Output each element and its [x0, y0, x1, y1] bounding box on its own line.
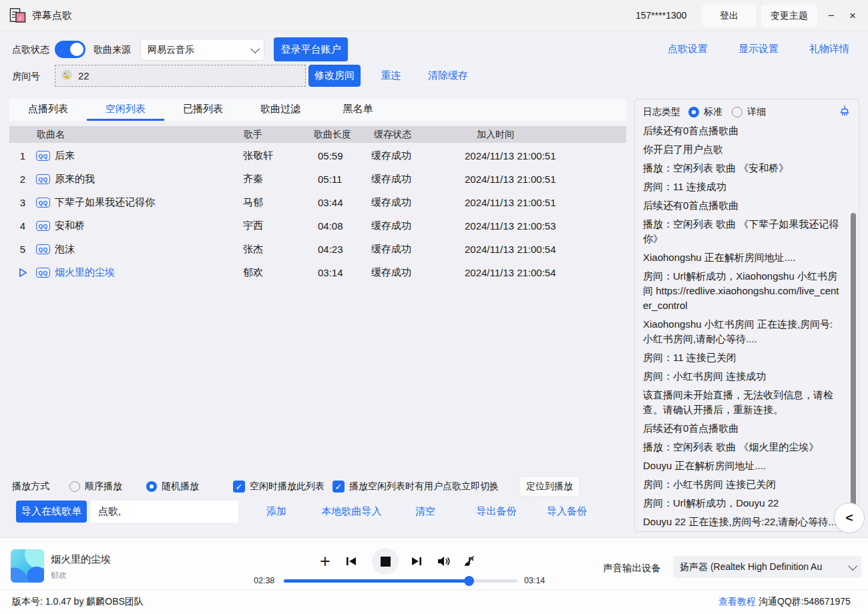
- clear-cache-button[interactable]: 清除缓存: [421, 65, 475, 87]
- playback-mode-label: 播放方式: [12, 481, 49, 493]
- mode-radio-1[interactable]: 随机播放: [146, 481, 199, 493]
- app-window: ♪ 弹幕点歌 157****1300 登出 变更主题 − × 点歌状态 歌曲来源…: [0, 0, 868, 614]
- idle-checkbox-0[interactable]: ✓空闲时播放此列表: [233, 481, 324, 493]
- previous-track-icon[interactable]: [345, 556, 357, 567]
- svg-text:♪: ♪: [19, 14, 22, 21]
- change-theme-button[interactable]: 变更主题: [761, 5, 817, 27]
- next-track-icon[interactable]: [411, 556, 423, 567]
- added-time-cell: 2024/11/13 21:00:54: [465, 244, 626, 255]
- action-button-0[interactable]: 添加: [242, 501, 310, 523]
- room-label: 房间号: [12, 71, 40, 83]
- table-row[interactable]: 1QQ后来张敬轩05:59缓存成功2024/11/13 21:00:51: [9, 144, 626, 168]
- reconnect-button[interactable]: 重连: [365, 65, 417, 87]
- clear-log-icon[interactable]: [839, 105, 851, 119]
- radio-icon[interactable]: [732, 107, 742, 117]
- minimize-icon[interactable]: −: [823, 7, 840, 25]
- list-actions-row: 导入在线歌单 添加本地歌曲导入清空导出备份导入备份: [16, 501, 599, 523]
- volume-icon[interactable]: [437, 555, 451, 567]
- statusbar: 版本号: 1.0.47 by 麒麟OBS团队 查看教程 沟通QQ群:548671…: [0, 589, 868, 614]
- checkbox-icon[interactable]: ✓: [333, 481, 345, 493]
- action-button-1[interactable]: 本地歌曲导入: [314, 501, 389, 523]
- desktop-lyrics-off-icon[interactable]: [463, 555, 476, 568]
- current-time: 02:38: [254, 576, 274, 585]
- modify-room-button[interactable]: 修改房间: [308, 65, 361, 87]
- tab-1[interactable]: 空闲列表: [87, 99, 164, 121]
- progress-thumb[interactable]: [464, 576, 474, 586]
- log-type-label: 日志类型: [643, 106, 680, 118]
- tab-0[interactable]: 点播列表: [9, 99, 87, 121]
- settings-button-2[interactable]: 礼物详情: [797, 38, 861, 60]
- duration-cell: 05:59: [318, 150, 371, 162]
- qq-music-badge: QQ: [36, 268, 50, 278]
- add-song-button[interactable]: +: [316, 551, 334, 571]
- mode-radio-0[interactable]: 顺序播放: [69, 481, 122, 493]
- log-entry: 房间：Url解析成功，Douyu 22: [643, 496, 843, 511]
- duration-cell: 03:14: [318, 267, 371, 278]
- table-row[interactable]: 4QQ安和桥宇西04:08缓存成功2024/11/13 21:00:53: [9, 214, 626, 238]
- checkbox-label: 播放空闲列表时有用户点歌立即切换: [349, 481, 499, 493]
- table-row[interactable]: 5QQ泡沫张杰04:23缓存成功2024/11/13 21:00:54: [9, 238, 626, 261]
- progress-bar[interactable]: [284, 579, 517, 583]
- artist-cell: 郁欢: [243, 266, 318, 279]
- log-type-radio-0[interactable]: 标准: [688, 106, 722, 118]
- room-number-input[interactable]: [78, 70, 278, 81]
- idle-checkbox-1[interactable]: ✓播放空闲列表时有用户点歌立即切换: [333, 481, 499, 493]
- action-button-4[interactable]: 导入备份: [535, 501, 599, 523]
- audio-output-label: 声音输出设备: [603, 562, 661, 575]
- log-entry: Xiaohongshu 正在解析房间地址....: [643, 250, 843, 265]
- artist-cell: 齐秦: [243, 173, 318, 186]
- song-name-cell: 泡沫: [55, 243, 243, 256]
- header-song-name: 歌曲名: [37, 129, 65, 141]
- mode-radio-label: 随机播放: [162, 481, 199, 493]
- artist-cell: 张杰: [243, 243, 318, 256]
- radio-icon[interactable]: [69, 481, 80, 492]
- qq-music-badge: QQ: [36, 198, 50, 208]
- login-platform-button[interactable]: 登录平台账户: [274, 37, 348, 61]
- log-type-radio-1[interactable]: 详细: [732, 106, 766, 118]
- tab-2[interactable]: 已播列表: [164, 99, 242, 121]
- audio-output-select[interactable]: 扬声器 (Realtek High Definition Au: [673, 556, 861, 578]
- settings-button-0[interactable]: 点歌设置: [656, 38, 720, 60]
- table-row[interactable]: 3QQ下辈子如果我还记得你马郁03:44缓存成功2024/11/13 21:00…: [9, 191, 626, 214]
- action-button-3[interactable]: 导出备份: [461, 501, 531, 523]
- table-row[interactable]: QQ烟火里的尘埃郁欢03:14缓存成功2024/11/13 21:00:54: [9, 261, 626, 284]
- radio-icon[interactable]: [146, 481, 157, 492]
- song-request-toggle[interactable]: [55, 41, 85, 58]
- radio-icon[interactable]: [688, 107, 699, 117]
- action-button-group: 添加本地歌曲导入清空导出备份导入备份: [242, 501, 599, 523]
- table-row[interactable]: 2QQ原来的我齐秦05:11缓存成功2024/11/13 21:00:51: [9, 168, 626, 191]
- logout-button[interactable]: 登出: [702, 5, 756, 27]
- log-entry: 播放：空闲列表 歌曲 《烟火里的尘埃》: [643, 440, 843, 454]
- log-entry: Douyu 正在解析房间地址....: [643, 458, 843, 473]
- header-added-time: 加入时间: [477, 129, 514, 141]
- log-entry: 后续还有0首点播歌曲: [643, 123, 843, 138]
- song-table-body: 1QQ后来张敬轩05:59缓存成功2024/11/13 21:00:512QQ原…: [9, 144, 626, 284]
- row-index: 3: [9, 197, 36, 208]
- stop-button[interactable]: [372, 548, 399, 575]
- album-art: [11, 549, 44, 583]
- settings-button-1[interactable]: 显示设置: [726, 38, 791, 60]
- tutorial-link[interactable]: 查看教程: [718, 596, 756, 608]
- qq-music-badge: QQ: [36, 244, 50, 254]
- log-type-radio-label: 标准: [704, 106, 722, 118]
- titlebar: ♪ 弹幕点歌 157****1300 登出 变更主题 − ×: [0, 0, 868, 31]
- collapse-log-button[interactable]: <: [834, 503, 865, 533]
- cache-status-cell: 缓存成功: [371, 266, 465, 279]
- locate-playing-button[interactable]: 定位到播放: [519, 477, 580, 497]
- tab-3[interactable]: 歌曲过滤: [242, 99, 319, 121]
- header-artist: 歌手: [244, 129, 262, 141]
- command-prefix-input[interactable]: [91, 501, 238, 523]
- import-online-playlist-button[interactable]: 导入在线歌单: [16, 501, 87, 523]
- source-label: 歌曲来源: [93, 44, 131, 56]
- now-playing-title: 烟火里的尘埃: [51, 553, 111, 566]
- log-scrollbar[interactable]: [851, 213, 856, 515]
- tab-4[interactable]: 黑名单: [319, 99, 397, 121]
- action-button-2[interactable]: 清空: [393, 501, 458, 523]
- log-entry: 后续还有0首点播歌曲: [643, 198, 843, 213]
- audio-output-value: 扬声器 (Realtek High Definition Au: [680, 561, 822, 573]
- song-name-cell: 后来: [55, 149, 243, 162]
- checkbox-icon[interactable]: ✓: [233, 481, 245, 493]
- song-source-select[interactable]: 网易云音乐: [140, 39, 264, 61]
- added-time-cell: 2024/11/13 21:00:51: [465, 197, 626, 208]
- close-icon[interactable]: ×: [844, 7, 861, 25]
